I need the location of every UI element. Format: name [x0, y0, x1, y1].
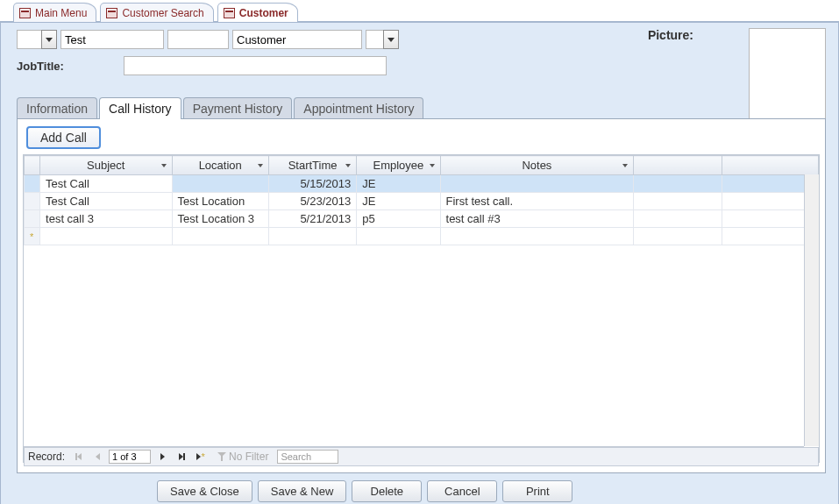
col-empty[interactable]	[722, 156, 818, 175]
first-name-input[interactable]	[60, 30, 164, 49]
nav-first-button[interactable]	[70, 450, 86, 464]
cell-empty[interactable]	[357, 228, 440, 245]
save-new-button[interactable]: Save & New	[258, 480, 347, 502]
tab-customer[interactable]: Customer	[217, 3, 298, 22]
last-name-input[interactable]	[232, 30, 362, 49]
filter-drop-icon[interactable]	[258, 164, 263, 167]
no-filter-indicator[interactable]: No Filter	[217, 451, 268, 463]
tab-customer-search[interactable]: Customer Search	[100, 3, 213, 22]
jobtitle-row: JobTitle:	[17, 56, 826, 75]
cell-empty[interactable]	[634, 193, 722, 210]
nav-new-button[interactable]: *	[193, 450, 209, 464]
col-location[interactable]: Location	[172, 156, 268, 175]
cell-empty[interactable]	[268, 228, 356, 245]
col-label: StartTime	[288, 159, 338, 172]
table-row[interactable]: test call 3 Test Location 3 5/21/2013 p5…	[25, 210, 819, 228]
new-record-icon: *	[201, 451, 204, 462]
form-footer-buttons: Save & Close Save & New Delete Cancel Pr…	[157, 480, 826, 502]
col-notes[interactable]: Notes	[440, 156, 634, 175]
call-history-panel: Add Call Subject Location StartTime Empl…	[17, 118, 826, 473]
dropdown-button[interactable]	[383, 30, 399, 49]
cell-notes[interactable]	[440, 175, 634, 193]
cell-location[interactable]: Test Location 3	[172, 210, 268, 228]
cell-empty[interactable]	[634, 228, 722, 245]
cell-notes[interactable]: First test call.	[440, 193, 634, 210]
filter-drop-icon[interactable]	[622, 164, 628, 167]
form-icon	[106, 8, 117, 18]
delete-button[interactable]: Delete	[352, 480, 422, 502]
title-combo[interactable]	[17, 30, 57, 49]
tab-label: Main Menu	[35, 7, 87, 19]
cell-empty[interactable]	[172, 228, 268, 245]
cell-notes[interactable]: test call #3	[440, 210, 634, 228]
table-row[interactable]: Test Call Test Location 5/23/2013 JE Fir…	[25, 193, 819, 210]
form-icon	[224, 8, 235, 18]
dropdown-button[interactable]	[41, 30, 57, 49]
cell-starttime[interactable]: 5/15/2013	[268, 175, 356, 193]
jobtitle-label: JobTitle:	[17, 60, 120, 73]
caret-down-icon	[46, 38, 53, 42]
col-empty[interactable]	[634, 156, 722, 175]
filter-drop-icon[interactable]	[430, 164, 435, 167]
funnel-icon	[217, 452, 226, 461]
call-history-grid: Subject Location StartTime Employee Note…	[23, 154, 820, 463]
cell-location[interactable]	[172, 175, 268, 193]
cell-empty[interactable]	[40, 228, 172, 245]
name-row	[17, 30, 826, 49]
title-input[interactable]	[17, 30, 41, 49]
col-subject[interactable]: Subject	[40, 156, 172, 175]
cell-employee[interactable]: JE	[357, 175, 440, 193]
record-position-input[interactable]	[109, 450, 151, 464]
col-starttime[interactable]: StartTime	[268, 156, 356, 175]
suffix-combo[interactable]	[366, 30, 399, 49]
tab-label: Customer Search	[122, 7, 203, 19]
record-navigator: Record: * No Filter	[24, 447, 819, 466]
cell-employee[interactable]: p5	[357, 210, 440, 228]
cell-subject[interactable]: test call 3	[40, 210, 172, 228]
print-button[interactable]: Print	[502, 480, 572, 502]
detail-tab-strip: Information Call History Payment History…	[17, 96, 826, 118]
cell-empty[interactable]	[440, 228, 634, 245]
col-label: Location	[199, 159, 242, 172]
cell-empty[interactable]	[634, 175, 722, 193]
row-selector[interactable]: *	[25, 228, 40, 245]
cell-empty[interactable]	[634, 210, 722, 228]
cell-subject[interactable]: Test Call	[40, 193, 172, 210]
filter-drop-icon[interactable]	[345, 164, 351, 167]
nav-last-button[interactable]	[174, 450, 189, 464]
caret-down-icon	[388, 38, 395, 42]
nav-prev-button[interactable]	[89, 450, 105, 464]
tab-payment-history[interactable]: Payment History	[183, 97, 293, 119]
new-record-row[interactable]: *	[25, 228, 819, 245]
tab-information[interactable]: Information	[17, 97, 97, 119]
filter-drop-icon[interactable]	[161, 164, 167, 167]
picture-box[interactable]	[749, 28, 826, 124]
save-close-button[interactable]: Save & Close	[157, 480, 252, 502]
nav-next-button[interactable]	[154, 450, 170, 464]
cancel-button[interactable]: Cancel	[427, 480, 497, 502]
row-selector[interactable]	[25, 210, 40, 228]
table-row[interactable]: Test Call 5/15/2013 JE	[25, 175, 819, 193]
row-selector[interactable]	[25, 193, 40, 210]
middle-name-input[interactable]	[167, 30, 229, 49]
tab-main-menu[interactable]: Main Menu	[13, 3, 96, 22]
col-label: Subject	[87, 159, 124, 172]
cell-employee[interactable]: JE	[357, 193, 440, 210]
tab-call-history[interactable]: Call History	[99, 97, 181, 119]
call-history-table: Subject Location StartTime Employee Note…	[24, 155, 819, 245]
record-search-input[interactable]	[277, 450, 338, 464]
tab-appointment-history[interactable]: Appointment History	[294, 97, 423, 119]
select-all-header[interactable]	[25, 156, 40, 175]
cell-starttime[interactable]: 5/23/2013	[268, 193, 356, 210]
record-label: Record:	[28, 451, 65, 463]
cell-subject[interactable]: Test Call	[40, 175, 172, 193]
add-call-button[interactable]: Add Call	[26, 126, 101, 149]
cell-starttime[interactable]: 5/21/2013	[268, 210, 356, 228]
vertical-scrollbar[interactable]	[804, 174, 819, 446]
header-row: Subject Location StartTime Employee Note…	[25, 156, 819, 175]
suffix-input[interactable]	[366, 30, 383, 49]
col-employee[interactable]: Employee	[357, 156, 440, 175]
jobtitle-input[interactable]	[124, 56, 387, 75]
row-selector[interactable]	[25, 175, 40, 193]
cell-location[interactable]: Test Location	[172, 193, 268, 210]
